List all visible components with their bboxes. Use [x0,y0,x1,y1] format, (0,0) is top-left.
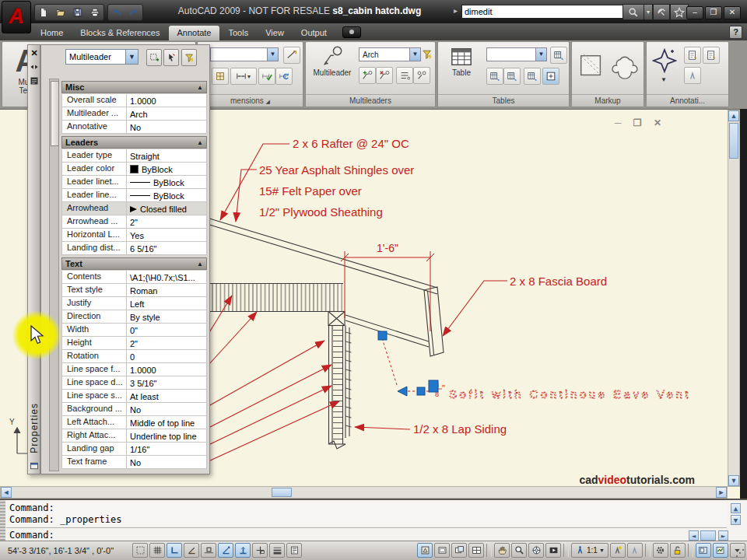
revision-cloud-icon[interactable] [609,48,639,84]
search-input[interactable] [461,5,625,19]
status-lock-icon[interactable] [670,543,686,558]
detail-geometry[interactable] [207,218,444,449]
command-left-icon[interactable]: ◄ [689,530,699,541]
palette-window-icon[interactable] [30,461,39,471]
annotative-scale-icon[interactable] [651,47,678,75]
annotative-dropdown-icon[interactable]: ▼ [661,76,667,83]
grip-landing[interactable] [417,387,425,395]
table-link-icon[interactable] [503,68,521,85]
grip-text[interactable] [429,380,438,392]
table-style-select[interactable]: ▼ [486,47,547,61]
status-gear-icon[interactable] [653,543,668,558]
panel-label-annotation[interactable]: Annotati... [647,94,728,107]
collapse-icon[interactable]: ▲ [197,84,203,91]
maximize-button[interactable]: ❒ [705,6,722,19]
undo-icon[interactable] [108,5,125,20]
command-mini-thumb[interactable] [700,530,716,541]
table-style-icon[interactable] [550,47,567,64]
selected-multileader[interactable]: 3 8 " Sofit with Continoue Eave Vent [378,331,691,401]
status-tray1-icon[interactable] [696,543,711,558]
property-value[interactable]: At least [127,390,207,403]
markup-area-icon[interactable] [577,48,606,84]
palette-section-leaders[interactable]: Leaders▲ [61,136,207,149]
coordinates-readout[interactable]: 54'-3 3/16", 16'-1 3/4" , 0'-0" [8,546,114,555]
status-grid-icon[interactable] [149,543,165,558]
collect-leaders-icon[interactable] [413,67,430,84]
align-leaders-icon[interactable] [396,67,413,84]
scroll-right-icon[interactable]: ► [716,487,727,498]
status-otrack-icon[interactable] [218,543,233,558]
dim-style-select[interactable]: ▼ [210,47,279,61]
vertical-scroll-thumb[interactable] [729,123,738,159]
status-pan-icon[interactable] [494,543,510,558]
dim-style-icon[interactable] [283,47,300,64]
tab-blocks-references[interactable]: Blocks & References [72,26,167,40]
property-value[interactable]: ByBlock [127,163,207,176]
command-right-icon[interactable]: ► [718,530,728,541]
palette-autohide-icon[interactable] [30,62,39,72]
property-value[interactable]: ByBlock [127,189,207,202]
property-value[interactable]: Middle of top line [127,416,207,429]
property-value[interactable]: \A1;{\H0.7x;\S1... [127,271,207,284]
status-model-icon[interactable] [417,543,433,558]
palette-scrollbar[interactable] [49,79,59,471]
table-export-icon[interactable] [486,68,503,85]
status-motion-icon[interactable] [545,543,561,558]
minimize-button[interactable]: – [686,6,703,19]
title-search-arrow[interactable]: ▸ [454,6,458,15]
palette-title-strip[interactable]: ✕ Properties [27,44,40,474]
horizontal-scrollbar[interactable]: ◄ ► [0,486,728,499]
redo-icon[interactable] [125,5,142,20]
palette-scroll-thumb[interactable] [51,81,59,146]
add-scale-icon[interactable] [684,47,701,64]
status-snap-icon[interactable] [132,543,148,558]
grip-leader-end[interactable] [378,331,387,340]
table-cell-icon[interactable] [542,68,559,85]
plot-icon[interactable] [86,5,103,20]
property-value[interactable]: Roman [127,284,207,297]
new-icon[interactable] [35,5,52,20]
property-value[interactable]: 3 5/16" [127,376,207,390]
property-value[interactable]: By style [127,310,207,324]
status-zoom-icon[interactable] [511,543,527,558]
drawing-window-controls[interactable]: ─ ❐ ✕ [615,117,666,128]
property-value[interactable]: Underline top line [127,429,207,443]
horizontal-scroll-thumb[interactable] [272,488,292,497]
status-annauto-icon[interactable] [627,543,643,558]
command-scroll-down-icon[interactable]: ▼ [731,515,741,525]
tab-view[interactable]: View [258,26,292,40]
remove-leader-icon[interactable] [376,67,393,84]
delete-scale-icon[interactable] [703,47,720,64]
property-value[interactable]: 1/16" [127,443,207,456]
palette-menu-icon[interactable] [30,76,39,86]
multileader-style-select[interactable]: Arch▼ [359,47,421,61]
close-button[interactable]: ✕ [724,6,741,19]
property-value[interactable]: Yes [127,229,207,242]
property-value[interactable]: ByBlock [127,176,207,189]
property-value[interactable]: Left [127,297,207,310]
property-value[interactable]: 2" [127,215,207,229]
help-button[interactable]: ? [729,26,742,39]
property-value[interactable]: No [127,403,207,416]
status-ortho-icon[interactable] [167,543,182,558]
resize-grip[interactable] [735,548,745,558]
multileader-style-icon[interactable] [419,47,435,62]
status-qvd-icon[interactable] [451,543,467,558]
dim-check-icon[interactable] [258,68,275,85]
object-type-select[interactable]: Multileader▼ [65,49,139,65]
toggle-pickadd-icon[interactable] [146,49,162,66]
command-line-area[interactable]: Command:Command: _properties ▲ ▼ Command… [0,499,747,541]
status-polar-icon[interactable] [184,543,199,558]
search-icon[interactable] [622,4,644,20]
media-button[interactable] [342,26,361,38]
command-prompt[interactable]: Command: [9,530,54,541]
dimension-1-6[interactable] [341,251,434,331]
sync-scale-icon[interactable] [684,67,701,84]
command-grip-handle[interactable] [0,500,5,541]
panel-label-multileaders[interactable]: Multileaders [306,94,435,107]
property-value[interactable]: No [127,456,207,469]
save-icon[interactable] [69,5,86,20]
annotation-scale-button[interactable]: 1:1▼ [571,543,608,558]
status-qp-icon[interactable] [286,543,302,558]
tab-tools[interactable]: Tools [221,26,257,40]
